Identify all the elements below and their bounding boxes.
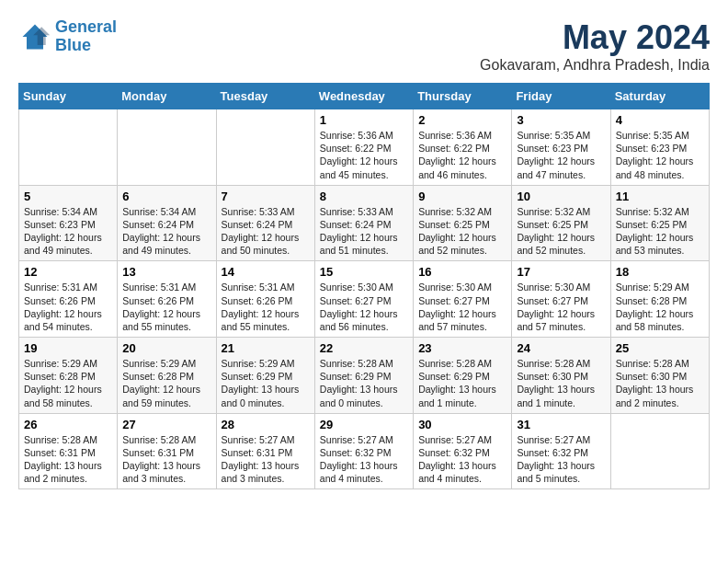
cell-info: Sunrise: 5:28 AM Sunset: 6:30 PM Dayligh…: [517, 357, 605, 409]
day-number: 10: [517, 190, 605, 203]
cell-info: Sunrise: 5:28 AM Sunset: 6:29 PM Dayligh…: [418, 357, 506, 409]
calendar-week-row: 26Sunrise: 5:28 AM Sunset: 6:31 PM Dayli…: [19, 413, 710, 489]
day-number: 19: [24, 341, 112, 355]
calendar-cell: 6Sunrise: 5:34 AM Sunset: 6:24 PM Daylig…: [118, 185, 216, 261]
calendar-cell: 14Sunrise: 5:31 AM Sunset: 6:26 PM Dayli…: [216, 261, 314, 338]
day-number: 3: [517, 113, 605, 127]
header-friday: Friday: [512, 84, 610, 109]
cell-info: Sunrise: 5:28 AM Sunset: 6:29 PM Dayligh…: [320, 357, 408, 409]
calendar-cell: 1Sunrise: 5:36 AM Sunset: 6:22 PM Daylig…: [314, 109, 413, 186]
day-number: 26: [24, 418, 112, 431]
day-number: 25: [616, 341, 704, 355]
day-number: 17: [517, 265, 605, 279]
calendar-cell: 28Sunrise: 5:27 AM Sunset: 6:31 PM Dayli…: [216, 413, 314, 489]
calendar-cell: 22Sunrise: 5:28 AM Sunset: 6:29 PM Dayli…: [314, 338, 413, 414]
logo-text: General Blue: [55, 18, 117, 55]
day-number: 20: [122, 341, 210, 355]
header-monday: Monday: [118, 84, 216, 109]
cell-info: Sunrise: 5:32 AM Sunset: 6:25 PM Dayligh…: [517, 205, 605, 258]
day-number: 11: [616, 190, 704, 203]
header-sunday: Sunday: [19, 84, 118, 109]
cell-info: Sunrise: 5:27 AM Sunset: 6:32 PM Dayligh…: [517, 433, 605, 486]
cell-info: Sunrise: 5:30 AM Sunset: 6:27 PM Dayligh…: [517, 281, 605, 333]
day-number: 24: [517, 341, 605, 355]
cell-info: Sunrise: 5:31 AM Sunset: 6:26 PM Dayligh…: [122, 281, 210, 333]
calendar-cell: 9Sunrise: 5:32 AM Sunset: 6:25 PM Daylig…: [414, 185, 512, 261]
cell-info: Sunrise: 5:35 AM Sunset: 6:23 PM Dayligh…: [517, 129, 605, 181]
calendar-week-row: 5Sunrise: 5:34 AM Sunset: 6:23 PM Daylig…: [19, 185, 710, 261]
logo-icon: [18, 20, 51, 53]
cell-info: Sunrise: 5:31 AM Sunset: 6:26 PM Dayligh…: [222, 281, 310, 333]
day-number: 9: [418, 190, 506, 203]
calendar-cell: 10Sunrise: 5:32 AM Sunset: 6:25 PM Dayli…: [512, 185, 610, 261]
header-tuesday: Tuesday: [216, 84, 314, 109]
cell-info: Sunrise: 5:28 AM Sunset: 6:30 PM Dayligh…: [616, 357, 704, 409]
calendar-cell: 2Sunrise: 5:36 AM Sunset: 6:22 PM Daylig…: [414, 109, 512, 186]
day-number: 5: [24, 190, 112, 203]
calendar-cell: 24Sunrise: 5:28 AM Sunset: 6:30 PM Dayli…: [512, 338, 610, 414]
cell-info: Sunrise: 5:28 AM Sunset: 6:31 PM Dayligh…: [122, 433, 210, 486]
day-number: 30: [418, 418, 506, 431]
calendar-cell: 17Sunrise: 5:30 AM Sunset: 6:27 PM Dayli…: [512, 261, 610, 338]
day-number: 7: [222, 190, 310, 203]
cell-info: Sunrise: 5:30 AM Sunset: 6:27 PM Dayligh…: [320, 281, 408, 333]
calendar-cell: 18Sunrise: 5:29 AM Sunset: 6:28 PM Dayli…: [610, 261, 709, 338]
calendar-cell: 20Sunrise: 5:29 AM Sunset: 6:28 PM Dayli…: [118, 338, 216, 414]
subtitle: Gokavaram, Andhra Pradesh, India: [480, 57, 710, 74]
cell-info: Sunrise: 5:29 AM Sunset: 6:29 PM Dayligh…: [222, 357, 310, 409]
calendar-cell: 7Sunrise: 5:33 AM Sunset: 6:24 PM Daylig…: [216, 185, 314, 261]
cell-info: Sunrise: 5:36 AM Sunset: 6:22 PM Dayligh…: [418, 129, 506, 181]
calendar-week-row: 1Sunrise: 5:36 AM Sunset: 6:22 PM Daylig…: [19, 109, 710, 186]
cell-info: Sunrise: 5:27 AM Sunset: 6:31 PM Dayligh…: [222, 433, 310, 486]
day-number: 31: [517, 418, 605, 431]
calendar-cell: [19, 109, 118, 186]
page-header: General Blue May 2024 Gokavaram, Andhra …: [18, 18, 710, 74]
cell-info: Sunrise: 5:29 AM Sunset: 6:28 PM Dayligh…: [122, 357, 210, 409]
calendar-week-row: 12Sunrise: 5:31 AM Sunset: 6:26 PM Dayli…: [19, 261, 710, 338]
day-number: 8: [320, 190, 408, 203]
cell-info: Sunrise: 5:34 AM Sunset: 6:23 PM Dayligh…: [24, 205, 112, 258]
calendar-cell: 31Sunrise: 5:27 AM Sunset: 6:32 PM Dayli…: [512, 413, 610, 489]
calendar-cell: [118, 109, 216, 186]
cell-info: Sunrise: 5:33 AM Sunset: 6:24 PM Dayligh…: [222, 205, 310, 258]
cell-info: Sunrise: 5:31 AM Sunset: 6:26 PM Dayligh…: [24, 281, 112, 333]
day-number: 21: [222, 341, 310, 355]
calendar-cell: 11Sunrise: 5:32 AM Sunset: 6:25 PM Dayli…: [610, 185, 709, 261]
day-number: 15: [320, 265, 408, 279]
calendar-cell: 29Sunrise: 5:27 AM Sunset: 6:32 PM Dayli…: [314, 413, 413, 489]
calendar-week-row: 19Sunrise: 5:29 AM Sunset: 6:28 PM Dayli…: [19, 338, 710, 414]
day-number: 23: [418, 341, 506, 355]
logo: General Blue: [18, 18, 117, 55]
day-number: 1: [320, 113, 408, 127]
day-number: 28: [222, 418, 310, 431]
calendar-cell: 16Sunrise: 5:30 AM Sunset: 6:27 PM Dayli…: [414, 261, 512, 338]
calendar-cell: 27Sunrise: 5:28 AM Sunset: 6:31 PM Dayli…: [118, 413, 216, 489]
day-number: 12: [24, 265, 112, 279]
day-number: 13: [122, 265, 210, 279]
day-number: 29: [320, 418, 408, 431]
cell-info: Sunrise: 5:32 AM Sunset: 6:25 PM Dayligh…: [418, 205, 506, 258]
calendar-cell: [610, 413, 709, 489]
cell-info: Sunrise: 5:32 AM Sunset: 6:25 PM Dayligh…: [616, 205, 704, 258]
cell-info: Sunrise: 5:27 AM Sunset: 6:32 PM Dayligh…: [418, 433, 506, 486]
calendar-table: SundayMondayTuesdayWednesdayThursdayFrid…: [18, 83, 710, 489]
day-number: 6: [122, 190, 210, 203]
calendar-cell: 13Sunrise: 5:31 AM Sunset: 6:26 PM Dayli…: [118, 261, 216, 338]
calendar-cell: 26Sunrise: 5:28 AM Sunset: 6:31 PM Dayli…: [19, 413, 118, 489]
day-number: 16: [418, 265, 506, 279]
cell-info: Sunrise: 5:36 AM Sunset: 6:22 PM Dayligh…: [320, 129, 408, 181]
calendar-cell: 8Sunrise: 5:33 AM Sunset: 6:24 PM Daylig…: [314, 185, 413, 261]
header-wednesday: Wednesday: [314, 84, 413, 109]
day-number: 4: [616, 113, 704, 127]
day-number: 14: [222, 265, 310, 279]
calendar-cell: 30Sunrise: 5:27 AM Sunset: 6:32 PM Dayli…: [414, 413, 512, 489]
calendar-cell: 21Sunrise: 5:29 AM Sunset: 6:29 PM Dayli…: [216, 338, 314, 414]
day-number: 27: [122, 418, 210, 431]
cell-info: Sunrise: 5:34 AM Sunset: 6:24 PM Dayligh…: [122, 205, 210, 258]
calendar-header-row: SundayMondayTuesdayWednesdayThursdayFrid…: [19, 84, 710, 109]
day-number: 22: [320, 341, 408, 355]
cell-info: Sunrise: 5:27 AM Sunset: 6:32 PM Dayligh…: [320, 433, 408, 486]
calendar-cell: 23Sunrise: 5:28 AM Sunset: 6:29 PM Dayli…: [414, 338, 512, 414]
header-thursday: Thursday: [414, 84, 512, 109]
day-number: 18: [616, 265, 704, 279]
